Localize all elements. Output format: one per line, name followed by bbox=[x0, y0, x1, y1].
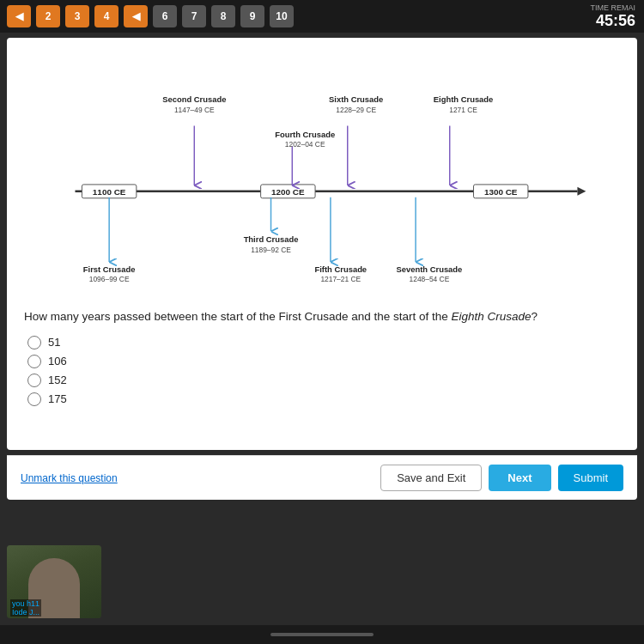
timer-value: 45:56 bbox=[596, 12, 635, 30]
answer-label-175: 175 bbox=[48, 392, 67, 405]
timeline-section: 1100 CE 1200 CE 1300 CE Second Crusade 1… bbox=[7, 38, 637, 304]
question-text-italic: Eighth Crusade bbox=[452, 310, 532, 323]
save-exit-button[interactable]: Save and Exit bbox=[380, 465, 482, 491]
svg-text:1100 CE: 1100 CE bbox=[93, 187, 126, 197]
svg-text:Seventh Crusade: Seventh Crusade bbox=[396, 264, 462, 274]
svg-text:1096–99 CE: 1096–99 CE bbox=[89, 275, 130, 283]
answer-label-152: 152 bbox=[48, 374, 67, 386]
answer-option-106[interactable]: 106 bbox=[27, 355, 620, 368]
svg-marker-1 bbox=[577, 187, 586, 196]
svg-text:Fourth Crusade: Fourth Crusade bbox=[275, 130, 335, 139]
question-text: How many years passed between the start … bbox=[24, 309, 620, 325]
footer-bar: Unmark this question Save and Exit Next … bbox=[7, 455, 637, 500]
submit-button[interactable]: Submit bbox=[558, 465, 623, 491]
question-text-end: ? bbox=[532, 310, 538, 323]
answer-label-51: 51 bbox=[48, 336, 60, 349]
webcam-video: you h11Iode J... bbox=[7, 545, 101, 618]
answer-options: 51 106 152 175 bbox=[24, 336, 620, 406]
answer-option-152[interactable]: 152 bbox=[27, 374, 620, 387]
nav-btn-9[interactable]: 9 bbox=[240, 5, 264, 27]
nav-btn-10[interactable]: 10 bbox=[270, 5, 294, 27]
svg-text:1248–54 CE: 1248–54 CE bbox=[410, 275, 450, 283]
svg-text:Second Crusade: Second Crusade bbox=[162, 94, 226, 104]
back-button-1[interactable]: ◀ bbox=[7, 5, 31, 27]
nav-btn-7[interactable]: 7 bbox=[182, 5, 206, 27]
top-navigation-bar: ◀ 2 3 4 ◀ 6 7 8 9 10 TIME REMAI 45:56 bbox=[0, 0, 644, 33]
svg-text:1200 CE: 1200 CE bbox=[271, 187, 305, 197]
nav-btn-2[interactable]: 2 bbox=[36, 5, 60, 27]
radio-106[interactable] bbox=[27, 355, 41, 368]
svg-text:Fifth Crusade: Fifth Crusade bbox=[314, 264, 367, 274]
radio-152[interactable] bbox=[27, 374, 41, 387]
back-button-2[interactable]: ◀ bbox=[124, 5, 148, 27]
svg-text:1189–92 CE: 1189–92 CE bbox=[251, 246, 291, 254]
timer-label: TIME REMAI bbox=[590, 3, 635, 12]
svg-text:1202–04 CE: 1202–04 CE bbox=[285, 140, 325, 149]
taskbar-indicator bbox=[270, 633, 374, 636]
svg-text:Sixth Crusade: Sixth Crusade bbox=[329, 94, 383, 104]
nav-btn-4[interactable]: 4 bbox=[94, 5, 118, 27]
nav-btn-8[interactable]: 8 bbox=[211, 5, 235, 27]
question-section: How many years passed between the start … bbox=[7, 304, 637, 406]
webcam-user-label: you h11Iode J... bbox=[10, 599, 41, 617]
radio-51[interactable] bbox=[27, 336, 41, 349]
taskbar bbox=[0, 625, 644, 644]
footer-action-buttons: Save and Exit Next Submit bbox=[380, 465, 623, 491]
radio-175[interactable] bbox=[27, 392, 41, 406]
nav-btn-6[interactable]: 6 bbox=[153, 5, 177, 27]
answer-option-51[interactable]: 51 bbox=[27, 336, 620, 349]
next-button[interactable]: Next bbox=[489, 465, 550, 491]
svg-text:Third Crusade: Third Crusade bbox=[244, 234, 299, 244]
question-text-plain: How many years passed between the start … bbox=[24, 310, 452, 323]
quiz-container: 1100 CE 1200 CE 1300 CE Second Crusade 1… bbox=[7, 38, 637, 450]
svg-text:1300 CE: 1300 CE bbox=[484, 187, 518, 197]
svg-text:1217–21 CE: 1217–21 CE bbox=[320, 275, 361, 283]
answer-option-175[interactable]: 175 bbox=[27, 392, 620, 406]
answer-label-106: 106 bbox=[48, 355, 67, 368]
svg-text:1228–29 CE: 1228–29 CE bbox=[336, 106, 376, 114]
unmark-button[interactable]: Unmark this question bbox=[21, 472, 118, 484]
svg-text:1147–49 CE: 1147–49 CE bbox=[174, 106, 215, 114]
svg-text:1271 CE: 1271 CE bbox=[449, 106, 477, 114]
timer-display: TIME REMAI 45:56 bbox=[590, 0, 635, 33]
svg-text:Eighth Crusade: Eighth Crusade bbox=[434, 94, 494, 104]
nav-btn-3[interactable]: 3 bbox=[65, 5, 89, 27]
webcam-display: you h11Iode J... bbox=[7, 545, 101, 618]
timeline-svg: 1100 CE 1200 CE 1300 CE Second Crusade 1… bbox=[24, 50, 620, 299]
svg-text:First Crusade: First Crusade bbox=[83, 264, 136, 274]
